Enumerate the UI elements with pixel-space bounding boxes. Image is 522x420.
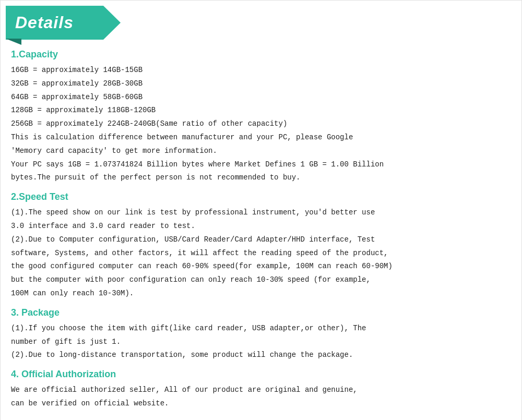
speed-line-6: but the computer with poor configuration…	[11, 274, 511, 286]
speed-line-1: (1).The speed show on our link is test b…	[11, 207, 511, 219]
details-banner: Details	[6, 6, 121, 40]
content-area: 1.Capacity 16GB = approximately 14GB-15G…	[1, 49, 521, 420]
speed-line-5: the good configured computer can reach 6…	[11, 260, 511, 273]
section-official-auth: 4. Official Authorization We are officia…	[11, 369, 511, 410]
section-speed-test: 2.Speed Test (1).The speed show on our l…	[11, 191, 511, 300]
auth-line-2: can be verified on official website.	[11, 398, 511, 410]
banner-title: Details	[6, 13, 74, 32]
section-package-body: (1).If you choose the item with gift(lik…	[11, 322, 511, 362]
speed-line-3: (2).Due to Computer configuration, USB/C…	[11, 234, 511, 246]
capacity-line-3: 64GB = approximately 58GB-60GB	[11, 91, 511, 104]
section-capacity-title: 1.Capacity	[11, 49, 511, 60]
speed-line-7: 100M can only reach 10-30M).	[11, 287, 511, 300]
capacity-line-8: Your PC says 1GB = 1.073741824 Billion b…	[11, 159, 511, 171]
speed-line-4: software, Systems, and other factors, it…	[11, 247, 511, 260]
capacity-line-2: 32GB = approximately 28GB-30GB	[11, 78, 511, 90]
section-capacity: 1.Capacity 16GB = approximately 14GB-15G…	[11, 49, 511, 184]
capacity-line-7: 'Memory card capacity' to get more infor…	[11, 145, 511, 158]
section-speed-title: 2.Speed Test	[11, 191, 511, 202]
capacity-line-5: 256GB = approximately 224GB-240GB(Same r…	[11, 118, 511, 130]
section-speed-body: (1).The speed show on our link is test b…	[11, 207, 511, 300]
capacity-line-4: 128GB = approximately 118GB-120GB	[11, 104, 511, 117]
capacity-line-6: This is calculation difference between m…	[11, 131, 511, 144]
page-container: Details 1.Capacity 16GB = approximately …	[0, 0, 522, 420]
section-auth-body: We are official authorized seller, All o…	[11, 384, 511, 410]
capacity-line-9: bytes.The pursuit of the perfect person …	[11, 172, 511, 184]
capacity-line-1: 16GB = approximately 14GB-15GB	[11, 64, 511, 77]
package-line-1: (1).If you choose the item with gift(lik…	[11, 322, 511, 335]
section-capacity-body: 16GB = approximately 14GB-15GB 32GB = ap…	[11, 64, 511, 184]
section-package-title: 3. Package	[11, 307, 511, 318]
section-package: 3. Package (1).If you choose the item wi…	[11, 307, 511, 362]
section-auth-title: 4. Official Authorization	[11, 369, 511, 380]
package-line-3: (2).Due to long-distance transportation,…	[11, 349, 511, 362]
package-line-2: number of gift is just 1.	[11, 336, 511, 349]
auth-line-1: We are official authorized seller, All o…	[11, 384, 511, 397]
speed-line-2: 3.0 interface and 3.0 card reader to tes…	[11, 220, 511, 233]
